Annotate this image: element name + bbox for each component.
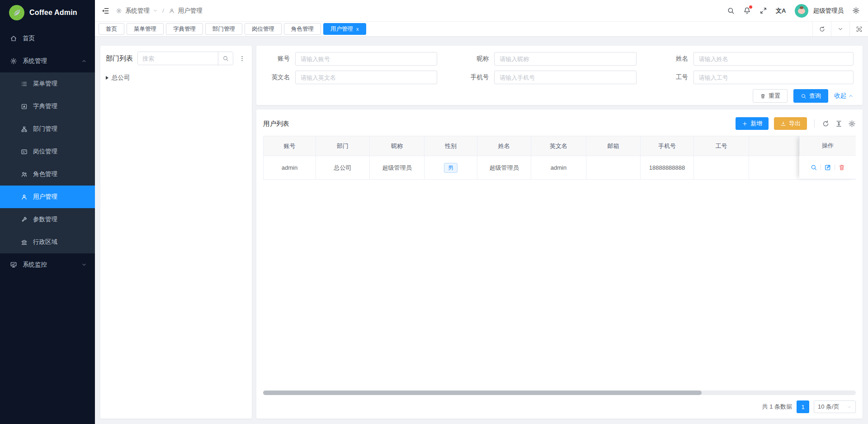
col-account[interactable]: 账号 <box>264 136 316 156</box>
wrench-icon <box>21 216 28 223</box>
avatar[interactable] <box>795 4 808 18</box>
fullscreen-icon[interactable] <box>760 7 767 14</box>
col-name[interactable]: 姓名 <box>477 136 531 156</box>
col-en-name[interactable]: 英文名 <box>531 136 586 156</box>
translate-icon[interactable]: 文A <box>776 7 786 15</box>
col-phone[interactable]: 手机号 <box>641 136 694 156</box>
tab-dict-mgmt[interactable]: 字典管理 <box>166 23 203 35</box>
search-icon[interactable] <box>727 7 735 14</box>
refresh-icon[interactable] <box>812 22 831 36</box>
filter-buttons: 重置 查询 收起 <box>256 89 854 103</box>
cell-dept: 总公司 <box>316 156 370 180</box>
view-detail-icon[interactable] <box>810 164 817 171</box>
refresh-icon[interactable] <box>822 120 830 128</box>
col-nickname[interactable]: 昵称 <box>370 136 425 156</box>
tab-menu-mgmt[interactable]: 菜单管理 <box>127 23 164 35</box>
sidebar-item-label: 岗位管理 <box>33 148 57 156</box>
collapse-link[interactable]: 收起 <box>834 92 854 100</box>
chevron-down-icon <box>847 405 852 410</box>
sidebar-item-system[interactable]: 系统管理 <box>0 50 95 72</box>
delete-icon[interactable] <box>838 164 845 171</box>
user-icon <box>21 194 28 200</box>
sidebar-item-dept-mgmt[interactable]: 部门管理 <box>0 118 95 140</box>
tab-post-mgmt[interactable]: 岗位管理 <box>245 23 282 35</box>
cell-phone: 18888888888 <box>641 156 694 180</box>
bank-icon <box>21 239 28 246</box>
scrollbar-thumb[interactable] <box>263 391 702 395</box>
column-settings-gear-icon[interactable] <box>848 120 856 128</box>
reset-button[interactable]: 重置 <box>753 89 788 103</box>
dept-search-button[interactable] <box>218 52 233 65</box>
filter-field-name: 姓名 <box>655 52 854 66</box>
settings-gear-icon[interactable] <box>852 7 860 14</box>
sidebar-item-user-mgmt[interactable]: 用户管理 <box>0 186 95 208</box>
sidebar-item-menu-mgmt[interactable]: 菜单管理 <box>0 72 95 95</box>
field-label: 姓名 <box>655 55 693 63</box>
sidebar-item-admin-region[interactable]: 行政区域 <box>0 231 95 253</box>
app-logo[interactable]: Coffee Admin <box>0 0 95 25</box>
horizontal-scrollbar[interactable] <box>263 391 856 395</box>
divider <box>835 164 835 170</box>
sidebar-item-param-mgmt[interactable]: 参数管理 <box>0 208 95 231</box>
plus-icon <box>742 121 748 127</box>
chevron-up-icon <box>848 93 854 99</box>
col-dept[interactable]: 部门 <box>316 136 370 156</box>
breadcrumb-page: 用户管理 <box>178 7 203 15</box>
chevron-down-icon[interactable] <box>153 8 158 13</box>
col-job-no[interactable]: 工号 <box>694 136 749 156</box>
search-button[interactable]: 查询 <box>793 89 828 103</box>
job-no-input[interactable] <box>693 71 854 84</box>
sidebar-item-dict-mgmt[interactable]: 字典管理 <box>0 95 95 118</box>
col-email[interactable]: 邮箱 <box>586 136 641 156</box>
breadcrumb-section[interactable]: 系统管理 <box>125 7 150 15</box>
phone-input[interactable] <box>494 71 636 84</box>
en-name-input[interactable] <box>295 71 437 84</box>
more-options-icon[interactable] <box>238 54 246 63</box>
tab-home[interactable]: 首页 <box>99 23 124 35</box>
gender-tag: 男 <box>444 163 458 173</box>
sidebar-item-home[interactable]: 首页 <box>0 27 95 50</box>
notification-bell-icon[interactable] <box>743 7 751 14</box>
page-number-button[interactable]: 1 <box>797 400 809 413</box>
divider <box>814 119 815 128</box>
tab-role-mgmt[interactable]: 角色管理 <box>284 23 321 35</box>
dept-panel-title: 部门列表 <box>106 54 133 63</box>
dept-search-input[interactable] <box>138 52 218 65</box>
add-button[interactable]: 新增 <box>736 117 769 130</box>
sidebar-item-label: 首页 <box>23 34 35 43</box>
tree-node-root[interactable]: 总公司 <box>106 72 246 84</box>
current-user-name[interactable]: 超级管理员 <box>813 7 844 15</box>
row-height-icon[interactable] <box>835 120 843 128</box>
tree-expand-caret-icon[interactable] <box>106 76 108 80</box>
dept-search-group <box>137 52 233 65</box>
sidebar-item-monitor[interactable]: 系统监控 <box>0 253 95 276</box>
sidebar-item-label: 部门管理 <box>33 125 57 133</box>
filter-field-en-name: 英文名 <box>256 71 455 84</box>
sidebar-item-post-mgmt[interactable]: 岗位管理 <box>0 140 95 163</box>
menu-fold-icon[interactable] <box>101 7 109 15</box>
page-size-select[interactable]: 10 条/页 <box>814 400 856 413</box>
table-header-row: 账号 部门 昵称 性别 姓名 英文名 邮箱 手机号 工号 生日 <box>264 136 856 156</box>
export-button[interactable]: 导出 <box>774 117 807 130</box>
edit-icon[interactable] <box>824 164 831 171</box>
cell-account: admin <box>264 156 316 180</box>
nickname-input[interactable] <box>494 52 636 66</box>
content-area: 部门列表 总公司 <box>95 37 868 424</box>
tab-user-mgmt[interactable]: 用户管理 x <box>323 23 366 35</box>
fixed-operations-column: 操作 <box>799 136 856 179</box>
cell-gender: 男 <box>425 156 477 180</box>
col-gender[interactable]: 性别 <box>425 136 477 156</box>
sidebar-item-label: 参数管理 <box>33 215 57 224</box>
sidebar-menu: 首页 系统管理 菜单管理 字典管理 部门管理 <box>0 25 95 424</box>
cell-job-no <box>694 156 749 180</box>
tab-dept-mgmt[interactable]: 部门管理 <box>205 23 242 35</box>
maximize-layout-icon[interactable] <box>849 22 868 36</box>
chevron-down-icon[interactable] <box>831 22 849 36</box>
name-input[interactable] <box>693 52 854 66</box>
divider <box>821 164 821 170</box>
header-actions: 文A 超级管理员 <box>727 4 860 18</box>
close-icon[interactable]: x <box>356 26 359 32</box>
account-input[interactable] <box>295 52 437 66</box>
table-row[interactable]: admin 总公司 超级管理员 男 超级管理员 admin 1888888888… <box>264 156 856 180</box>
sidebar-item-role-mgmt[interactable]: 角色管理 <box>0 163 95 186</box>
